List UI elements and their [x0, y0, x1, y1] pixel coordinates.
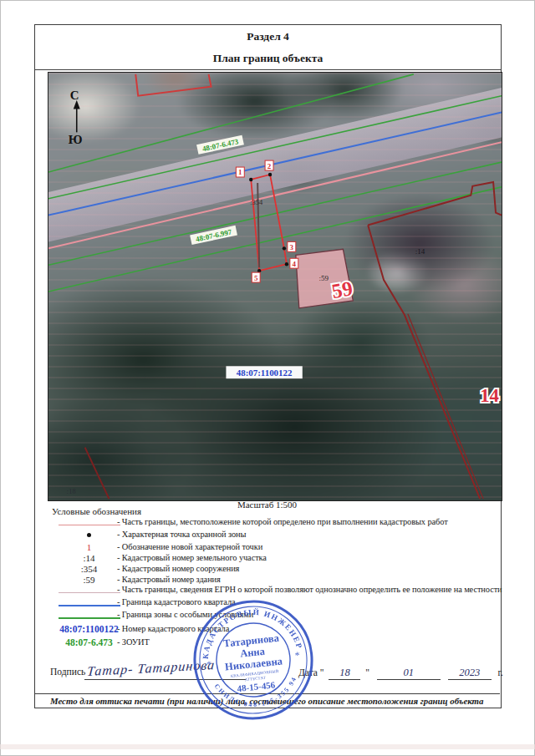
parcel-18-boundary: [85, 448, 110, 500]
plan-title: План границ объекта: [34, 48, 502, 70]
cadastral-engineer-stamp: КАДАСТРОВЫЙ ИНЖЕНЕР СНИЛС 048-155-355 94…: [186, 593, 320, 727]
legend-row-structure-number: :354 - Кадастровый номер сооружения: [34, 564, 499, 576]
date-month: 01: [377, 667, 441, 680]
zouit-upper-label: 48:07-6.473: [196, 135, 244, 155]
green-zone-line-3: [48, 162, 502, 265]
pink-egrn-line: [48, 142, 502, 248]
north-letter: С: [70, 89, 79, 102]
structure-354-label: :354: [250, 198, 263, 206]
stamp-star-right: *: [294, 649, 300, 662]
building-59-label: :59: [319, 274, 329, 282]
svg-text:48:07-6.473: 48:07-6.473: [201, 137, 240, 153]
map-overlay: 1 2 3 4 5 48:07-6.473 48:07-6.997 48:07:…: [48, 73, 502, 500]
legend-row-char-point: - Характерная точка охранной зоны: [34, 530, 499, 541]
point-marker-5: 5: [254, 274, 258, 282]
date-open-quote: ": [320, 667, 324, 677]
signature-label: Подпись: [50, 667, 85, 677]
legend-row-parcel-number: :14 - Кадастровый номер земельного участ…: [34, 553, 499, 565]
legend-row-new-boundary: - Часть границы, местоположение которой …: [34, 517, 499, 529]
point-marker-1: 1: [238, 168, 242, 176]
south-letter: Ю: [69, 133, 83, 146]
boundary-plan-map: 1 2 3 4 5 48:07-6.473 48:07-6.997 48:07:…: [48, 72, 502, 501]
date-day: 18: [329, 667, 360, 680]
parcel-14-boundary-double: [408, 314, 483, 499]
date-suffix: г.: [498, 667, 503, 677]
north-arrow: С Ю: [69, 89, 83, 147]
svg-text:48:07:1100122: 48:07:1100122: [237, 368, 293, 378]
date-year: 2023: [448, 667, 492, 680]
point-marker-4: 4: [293, 260, 297, 268]
cadastral-plan-page: { "page": { "section_title": "Раздел 4",…: [0, 0, 535, 756]
quarter-number-label: 48:07:1100122: [226, 366, 302, 378]
point-marker-2: 2: [268, 162, 272, 170]
section-title: Раздел 4: [34, 24, 502, 48]
parcel-14-label: :14: [415, 247, 425, 256]
zouit-lower-label: 48:07-6.997: [190, 226, 237, 245]
stamp-attestat-number: 48-15-456: [237, 679, 276, 693]
point-markers: 1 2 3 4 5: [236, 160, 298, 282]
legend-title: Условные обозначения: [52, 506, 141, 516]
legend-row-new-point: 1 - Обозначение новой характерной точки: [34, 542, 499, 554]
parcel-14-big-label: 14: [480, 385, 499, 406]
parcel-18-label: :18: [67, 487, 76, 495]
stamp-star-left: *: [206, 658, 212, 671]
building-59-big-label: 59: [330, 277, 354, 302]
legend-row-egrn-boundary: - Часть границы, сведения ЕГРН о которой…: [34, 585, 499, 596]
scan-artifact-strip: [0, 744, 535, 749]
date-close-quote: ": [365, 667, 369, 677]
protection-zone-boundary: [251, 175, 287, 271]
date-row: Дата " 18 " 01 2023 г.: [298, 667, 503, 680]
parcel-14-boundary-left: [368, 226, 480, 500]
point-marker-3: 3: [290, 243, 294, 251]
top-parcel-boundary: [135, 74, 211, 96]
